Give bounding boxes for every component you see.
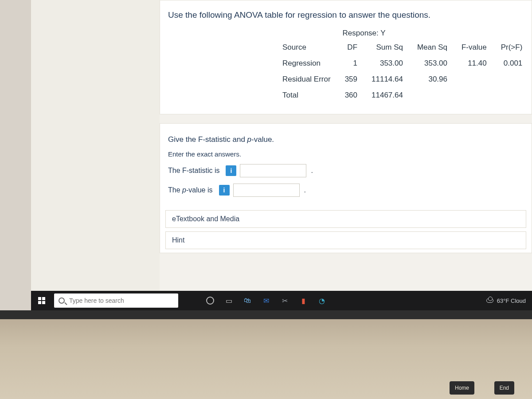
question-prompt: Use the following ANOVA table for regres… bbox=[160, 6, 532, 29]
table-row: Residual Error 359 11114.64 30.96 bbox=[275, 71, 529, 87]
pvalue-row: The p-value is i . bbox=[168, 184, 524, 197]
taskbar-search[interactable] bbox=[54, 293, 178, 308]
table-row: Regression 1 353.00 353.00 11.40 0.001 bbox=[275, 55, 529, 71]
windows-icon bbox=[38, 297, 45, 304]
answer-panel: Give the F-statistic and p-value. Enter … bbox=[160, 123, 532, 253]
key-home: Home bbox=[450, 381, 474, 395]
cell bbox=[454, 71, 494, 87]
hint-button[interactable]: Hint bbox=[165, 231, 526, 249]
cell: 0.001 bbox=[494, 55, 530, 71]
anova-table-wrap: Response: Y Source DF Sum Sq Mean Sq F-v… bbox=[160, 29, 532, 114]
col-sumsq: Sum Sq bbox=[364, 39, 410, 55]
question-content: Use the following ANOVA table for regres… bbox=[160, 0, 532, 291]
cell bbox=[454, 87, 494, 103]
office-icon[interactable]: ▮ bbox=[298, 295, 309, 306]
col-df: DF bbox=[338, 39, 364, 55]
cortana-icon[interactable] bbox=[205, 295, 215, 306]
etextbook-button[interactable]: eTextbook and Media bbox=[165, 210, 526, 228]
windows-taskbar: ▭ 🛍 ✉ ✂ ▮ ◔ 63°F Cloud bbox=[31, 291, 532, 310]
answer-instruction: Enter the exact answers. bbox=[168, 150, 524, 158]
col-prf: Pr(>F) bbox=[494, 39, 530, 55]
start-button[interactable] bbox=[31, 291, 52, 310]
system-tray[interactable]: 63°F Cloud bbox=[486, 297, 532, 304]
mail-icon[interactable]: ✉ bbox=[261, 295, 271, 306]
cell: 1 bbox=[338, 55, 364, 71]
edge-icon[interactable]: ◔ bbox=[317, 295, 327, 306]
key-end: End bbox=[494, 381, 514, 395]
snip-icon[interactable]: ✂ bbox=[279, 295, 290, 306]
cell bbox=[494, 87, 530, 103]
pval-italic: p bbox=[182, 186, 186, 194]
cell: Regression bbox=[275, 55, 338, 71]
table-row: Total 360 11467.64 bbox=[275, 87, 529, 103]
task-view-icon[interactable]: ▭ bbox=[223, 295, 234, 306]
anova-table: Source DF Sum Sq Mean Sq F-value Pr(>F) … bbox=[275, 39, 529, 103]
cell: Residual Error bbox=[275, 71, 338, 87]
store-icon[interactable]: 🛍 bbox=[242, 295, 253, 306]
cell: 11114.64 bbox=[364, 71, 410, 87]
pvalue-input[interactable] bbox=[233, 184, 300, 197]
cell: 30.96 bbox=[410, 71, 454, 87]
col-source: Source bbox=[275, 39, 338, 55]
pvalue-label: The p-value is bbox=[168, 186, 213, 194]
cell: 353.00 bbox=[364, 55, 410, 71]
cell: 353.00 bbox=[410, 55, 454, 71]
cell: 11.40 bbox=[454, 55, 494, 71]
cell bbox=[410, 87, 454, 103]
search-input[interactable] bbox=[69, 297, 174, 304]
answer-heading: Give the F-statistic and p-value. bbox=[168, 135, 524, 144]
app-viewport: Use the following ANOVA table for regres… bbox=[31, 0, 532, 310]
cell bbox=[494, 71, 530, 87]
laptop-deck: Home End bbox=[0, 310, 532, 399]
hinge bbox=[0, 310, 532, 319]
pval-post: -value is bbox=[186, 186, 213, 194]
heading-italic: p bbox=[247, 135, 251, 144]
search-icon bbox=[59, 297, 65, 304]
taskbar-apps: ▭ 🛍 ✉ ✂ ▮ ◔ bbox=[205, 295, 327, 306]
period: . bbox=[304, 186, 306, 194]
response-label: Response: Y bbox=[337, 29, 391, 39]
info-icon[interactable]: i bbox=[226, 165, 236, 176]
col-fvalue: F-value bbox=[454, 39, 494, 55]
cell: Total bbox=[275, 87, 338, 103]
anova-header-row: Source DF Sum Sq Mean Sq F-value Pr(>F) bbox=[275, 39, 529, 55]
info-icon[interactable]: i bbox=[219, 185, 230, 196]
weather-text: 63°F Cloud bbox=[497, 297, 526, 304]
fstat-input[interactable] bbox=[240, 164, 306, 177]
fstat-row: The F-statistic is i . bbox=[168, 164, 524, 177]
heading-part: -value. bbox=[251, 135, 274, 144]
cell: 359 bbox=[338, 71, 364, 87]
period: . bbox=[311, 167, 313, 175]
col-meansq: Mean Sq bbox=[410, 39, 454, 55]
question-panel: Use the following ANOVA table for regres… bbox=[160, 0, 532, 114]
fstat-label: The F-statistic is bbox=[168, 167, 219, 175]
cell: 360 bbox=[338, 87, 364, 103]
heading-part: Give the F-statistic and bbox=[168, 135, 247, 144]
cell: 11467.64 bbox=[364, 87, 410, 103]
pval-pre: The bbox=[168, 186, 182, 194]
weather-icon bbox=[486, 298, 493, 303]
